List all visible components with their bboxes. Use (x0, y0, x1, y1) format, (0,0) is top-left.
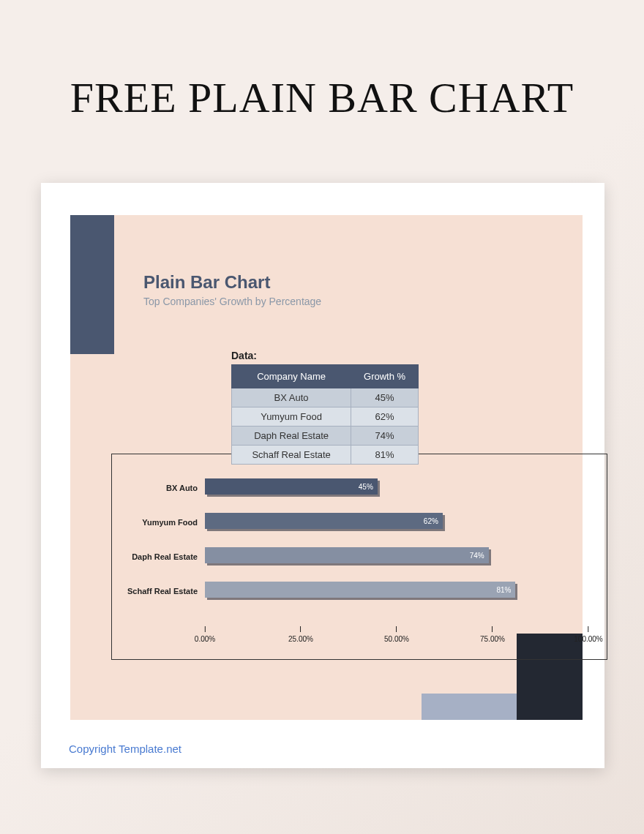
bar-chart: BX Auto45%Yumyum Food62%Daph Real Estate… (111, 477, 607, 615)
decor-light-block (422, 694, 517, 720)
tick-mark (300, 626, 301, 632)
bar-row: Schaff Real Estate81% (111, 580, 607, 602)
bar-row: Daph Real Estate74% (111, 546, 607, 568)
cell-growth: 81% (351, 446, 419, 465)
chart-title: Plain Bar Chart (143, 272, 321, 293)
cell-company-name: Daph Real Estate (232, 427, 351, 446)
tick-mark (588, 626, 588, 632)
table-header-row: Company Name Growth % (232, 365, 419, 388)
tick-label: 25.00% (288, 635, 313, 643)
bar-value-label: 62% (424, 517, 438, 525)
cell-growth: 74% (351, 427, 419, 446)
data-table: Company Name Growth % BX Auto45%Yumyum F… (231, 364, 419, 465)
axis-tick: 25.00% (288, 626, 313, 643)
copyright-text: Copyright Template.net (69, 743, 181, 755)
table-row: BX Auto45% (232, 388, 419, 407)
bar-category-label: BX Auto (111, 484, 205, 492)
bar: 45% (205, 478, 378, 495)
bar-row: BX Auto45% (111, 477, 607, 499)
cell-company-name: BX Auto (232, 388, 351, 407)
cell-growth: 62% (351, 407, 419, 427)
cell-company-name: Schaff Real Estate (232, 446, 351, 465)
tick-label: 100.00% (574, 635, 602, 643)
page-title: FREE PLAIN BAR CHART (0, 0, 644, 122)
tick-mark (492, 626, 493, 632)
tick-mark (204, 626, 205, 632)
bar-track: 81% (205, 582, 588, 601)
bar: 81% (205, 582, 515, 598)
cell-growth: 45% (351, 388, 419, 407)
bar-category-label: Daph Real Estate (111, 552, 205, 561)
cell-company-name: Yumyum Food (232, 407, 351, 427)
tick-label: 75.00% (480, 635, 505, 643)
tick-label: 50.00% (384, 635, 409, 643)
chart-subtitle: Top Companies' Growth by Percentage (143, 296, 321, 307)
bar-value-label: 74% (470, 552, 484, 560)
col-header-growth: Growth % (351, 365, 419, 388)
chart-header: Plain Bar Chart Top Companies' Growth by… (143, 272, 321, 307)
bar: 62% (205, 513, 443, 529)
template-card: Plain Bar Chart Top Companies' Growth by… (41, 183, 604, 768)
axis-tick: 100.00% (574, 626, 602, 643)
bar-value-label: 81% (496, 586, 511, 594)
tick-mark (396, 626, 397, 632)
bar: 74% (205, 547, 489, 563)
bar-category-label: Yumyum Food (111, 518, 205, 527)
table-row: Schaff Real Estate81% (232, 446, 419, 465)
data-section-label: Data: (231, 350, 257, 361)
bar-track: 74% (205, 547, 588, 566)
bar-track: 62% (205, 513, 588, 532)
col-header-name: Company Name (232, 365, 351, 388)
bar-track: 45% (205, 478, 588, 497)
bar-row: Yumyum Food62% (111, 511, 607, 533)
decor-navy-block (70, 215, 114, 354)
axis-tick: 0.00% (195, 626, 215, 643)
table-row: Daph Real Estate74% (232, 427, 419, 446)
bar-value-label: 45% (359, 483, 373, 491)
bar-category-label: Schaff Real Estate (111, 587, 205, 596)
axis-tick: 50.00% (384, 626, 409, 643)
table-row: Yumyum Food62% (232, 407, 419, 427)
tick-label: 0.00% (195, 635, 215, 643)
chart-panel: Plain Bar Chart Top Companies' Growth by… (70, 215, 583, 720)
axis-tick: 75.00% (480, 626, 505, 643)
